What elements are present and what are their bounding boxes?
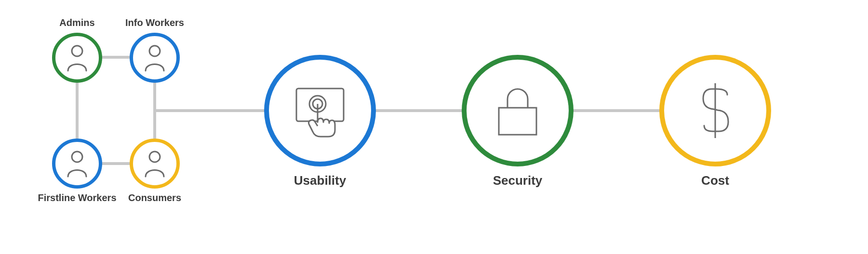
- person-icon: [65, 150, 89, 178]
- person-icon: [143, 150, 167, 178]
- persona-admins: [52, 33, 102, 83]
- svg-rect-7: [499, 108, 536, 135]
- pillar-cost: [659, 55, 771, 166]
- persona-consumers-label: Consumers: [125, 192, 185, 203]
- diagram-stage: Admins Info Workers Firstline Workers: [0, 0, 868, 254]
- lock-icon: [491, 82, 544, 140]
- svg-rect-4: [296, 89, 344, 121]
- svg-point-0: [72, 46, 82, 56]
- pillar-security-label: Security: [462, 173, 574, 188]
- connector-usability-security: [366, 109, 477, 112]
- persona-info-workers: [130, 33, 180, 83]
- touch-screen-icon: [289, 82, 351, 140]
- svg-point-3: [149, 152, 160, 162]
- dollar-icon: [694, 79, 737, 142]
- pillar-usability-label: Usability: [264, 173, 376, 188]
- connector-personas-usability: [156, 109, 281, 112]
- svg-point-1: [149, 46, 160, 56]
- persona-info-label: Info Workers: [120, 17, 189, 28]
- pillar-usability: [264, 55, 376, 166]
- persona-admins-label: Admins: [52, 17, 102, 28]
- person-icon: [143, 44, 167, 72]
- svg-point-2: [72, 152, 82, 162]
- persona-firstline-workers: [52, 139, 102, 189]
- persona-firstline-label: Firstline Workers: [34, 192, 120, 203]
- pillar-cost-label: Cost: [659, 173, 771, 188]
- persona-consumers: [130, 139, 180, 189]
- person-icon: [65, 44, 89, 72]
- connector-admins-firstline: [76, 82, 79, 140]
- pillar-security: [462, 55, 574, 166]
- connector-security-cost: [564, 109, 675, 112]
